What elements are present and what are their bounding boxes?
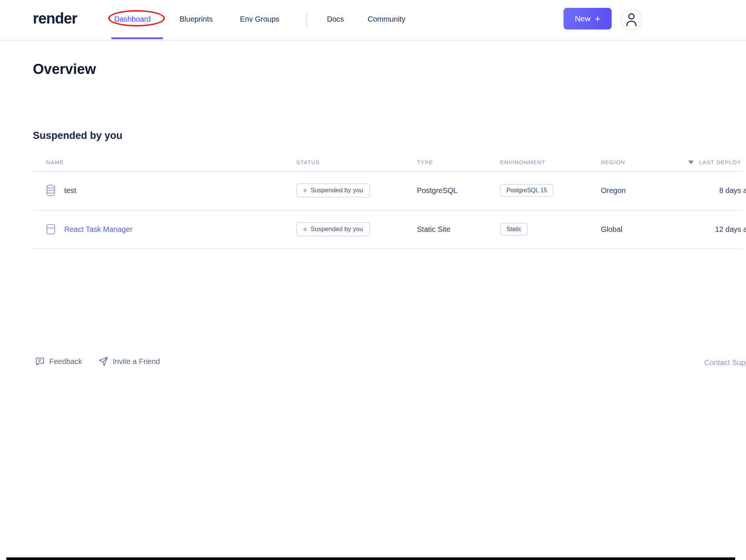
status-badge: Suspended by you [296, 222, 370, 236]
service-name-link[interactable]: test [64, 186, 76, 195]
status-dot-icon [303, 189, 307, 192]
services-table: Name Status Type Environment Region Last… [33, 157, 746, 250]
environment-badge: PostgreSQL 15 [500, 184, 553, 197]
environment-badge: Static [500, 223, 528, 236]
column-header-last-deploy[interactable]: Last Deploy [688, 159, 741, 166]
nav-item-docs[interactable]: Docs [327, 15, 344, 24]
sort-desc-icon [688, 161, 694, 164]
feedback-link[interactable]: Feedback [35, 356, 82, 367]
paper-plane-icon [98, 356, 109, 367]
new-button-label: New [575, 14, 590, 23]
new-button[interactable]: New + [564, 8, 612, 29]
nav-item-dashboard[interactable]: Dashboard [114, 15, 151, 24]
column-header-region: Region [601, 159, 625, 166]
table-divider [33, 248, 743, 249]
person-icon [624, 12, 639, 28]
column-header-name: Name [46, 159, 64, 166]
nav-divider [306, 12, 307, 26]
nav-item-blueprints[interactable]: Blueprints [180, 15, 213, 24]
status-dot-icon [303, 228, 307, 231]
column-header-type: Type [417, 159, 433, 166]
contact-support-link[interactable]: Contact Support [704, 358, 746, 367]
page-title: Overview [33, 61, 96, 77]
type-cell: PostgreSQL [417, 186, 458, 195]
nav-item-community[interactable]: Community [368, 15, 405, 24]
active-tab-underline [111, 37, 163, 39]
table-row-test[interactable]: test Suspended by you PostgreSQL Postgre… [33, 171, 746, 210]
type-cell: Static Site [417, 225, 450, 234]
static-site-icon [46, 223, 56, 235]
table-row-react-task-manager[interactable]: React Task Manager Suspended by you Stat… [33, 210, 746, 249]
last-deploy-cell: 12 days ago [606, 225, 746, 234]
nav-item-env-groups[interactable]: Env Groups [240, 15, 280, 24]
render-logo[interactable]: render [33, 10, 77, 27]
bottom-bar [6, 557, 735, 560]
plus-icon: + [595, 15, 600, 22]
feedback-bubble-icon [35, 356, 45, 367]
database-icon [46, 184, 56, 196]
top-navigation: render Dashboard Blueprints Env Groups D… [0, 0, 746, 41]
service-name-link[interactable]: React Task Manager [64, 225, 132, 234]
last-deploy-cell: 8 days ago [606, 186, 746, 195]
column-header-environment: Environment [500, 159, 546, 166]
section-title-suspended: Suspended by you [33, 130, 122, 141]
account-menu-button[interactable] [621, 9, 642, 31]
invite-friend-link[interactable]: Invite a Friend [98, 356, 160, 367]
status-badge: Suspended by you [296, 183, 370, 197]
column-header-status: Status [296, 159, 320, 166]
